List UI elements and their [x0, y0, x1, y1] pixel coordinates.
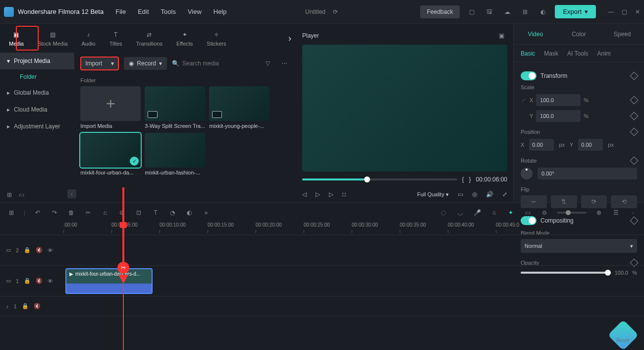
maximize-button[interactable]: ▢ — [622, 8, 627, 15]
player-viewport[interactable] — [302, 45, 507, 172]
export-button[interactable]: Export▾ — [555, 5, 596, 18]
tool-redo[interactable]: ↷ — [50, 208, 59, 217]
mute-icon[interactable]: 🔇 — [36, 278, 43, 284]
tool-subtitle[interactable]: ▭ — [523, 208, 532, 217]
tab-speed[interactable]: Speed — [600, 24, 644, 44]
lock-icon[interactable]: 🔒 — [24, 278, 31, 284]
tool-disable[interactable]: ⊘ — [117, 208, 126, 217]
keyframe-button[interactable] — [630, 128, 639, 136]
tool-crop[interactable]: ⊡ — [134, 208, 143, 217]
tool-speed[interactable]: ◔ — [168, 208, 177, 217]
volume-icon[interactable]: 🔊 — [486, 191, 493, 198]
display-icon[interactable]: ▭ — [458, 191, 463, 198]
media-thumb[interactable]: mixkit-urban-fashion-... — [145, 133, 205, 175]
visibility-icon[interactable]: 👁 — [48, 278, 53, 284]
menu-file[interactable]: File — [115, 8, 126, 15]
mute-icon[interactable]: 🔇 — [36, 247, 43, 253]
position-y-input[interactable] — [578, 139, 603, 151]
prev-frame-button[interactable]: ◁ — [302, 191, 307, 198]
tool-undo[interactable]: ↶ — [33, 208, 42, 217]
snapshot-icon[interactable]: ◎ — [472, 191, 477, 198]
keyframe-button[interactable] — [630, 112, 639, 120]
stop-button[interactable]: □ — [342, 191, 346, 198]
tab-audio[interactable]: ♪Audio — [82, 30, 96, 47]
tab-color[interactable]: Color — [557, 24, 601, 44]
keyframe-button[interactable] — [630, 72, 639, 80]
tool-voiceover[interactable]: 🎤 — [473, 208, 482, 217]
record-button[interactable]: ◉Record▾ — [124, 57, 167, 70]
search-media[interactable]: 🔍 — [172, 60, 257, 67]
visibility-icon[interactable]: 👁 — [48, 247, 53, 253]
sidebar-folder[interactable]: Folder — [0, 69, 74, 84]
timeline-tracks[interactable]: :00:00 00:00:05:00 00:00:10:00 00:00:15:… — [0, 222, 644, 350]
tab-video[interactable]: Video — [514, 24, 557, 44]
tool-music[interactable]: ♫ — [489, 208, 498, 217]
collapse-sidebar-button[interactable]: ‹ — [67, 189, 76, 198]
lock-icon[interactable]: ⟋ — [521, 97, 527, 104]
fullscreen-icon[interactable]: ⤢ — [502, 191, 507, 198]
subtab-basic[interactable]: Basic — [521, 50, 535, 57]
rotate-knob[interactable] — [521, 168, 533, 179]
scale-y-input[interactable] — [536, 110, 581, 122]
player-progress-slider[interactable] — [302, 178, 457, 180]
more-icon[interactable]: ⋯ — [278, 58, 290, 69]
feedback-button[interactable]: Feedback — [420, 5, 460, 18]
cloud-icon[interactable]: ☁ — [501, 6, 513, 18]
timeline-ruler[interactable]: :00:00 00:00:05:00 00:00:10:00 00:00:15:… — [0, 222, 644, 235]
sidebar-item-adjustment-layer[interactable]: ▸Adjustment Layer — [0, 118, 74, 135]
subtab-ai-tools[interactable]: AI Tools — [567, 50, 588, 57]
snapshot-frame-icon[interactable]: ▣ — [495, 30, 507, 42]
menu-help[interactable]: Help — [214, 8, 227, 15]
cloud-sync-icon[interactable]: ⟳ — [329, 6, 341, 18]
menu-edit[interactable]: Edit — [138, 8, 149, 15]
sidebar-item-project-media[interactable]: ▾Project Media — [0, 53, 74, 69]
subtab-mask[interactable]: Mask — [544, 50, 558, 57]
quality-selector[interactable]: Full Quality ▾ — [417, 191, 449, 198]
tab-stickers[interactable]: ✧Stickers — [207, 30, 226, 47]
tool-settings[interactable]: · — [628, 208, 637, 217]
tool-more[interactable]: » — [202, 208, 211, 217]
apps-icon[interactable]: ⊞ — [519, 6, 531, 18]
mark-out-button[interactable]: } — [469, 176, 471, 183]
minimize-button[interactable]: — — [608, 8, 614, 15]
tab-media[interactable]: ▣Media — [9, 30, 24, 47]
tool-split[interactable]: ✂ — [84, 208, 93, 217]
new-folder-icon[interactable]: ⊞ — [7, 191, 12, 198]
close-button[interactable]: ✕ — [635, 8, 640, 15]
tool-color[interactable]: ◐ — [185, 208, 194, 217]
lock-icon[interactable]: 🔒 — [24, 247, 31, 253]
lock-icon[interactable]: 🔒 — [22, 303, 29, 309]
play-back-button[interactable]: ▷ — [316, 191, 320, 198]
media-thumb[interactable]: 3-Way Split Screen Tra... — [145, 86, 205, 129]
play-button[interactable]: ▷ — [329, 191, 333, 198]
sidebar-item-cloud-media[interactable]: ▸Cloud Media — [0, 101, 74, 118]
keyframe-button[interactable] — [630, 96, 639, 105]
import-button[interactable]: Import▾ — [80, 57, 119, 70]
tool-list-view[interactable]: ☰ — [611, 208, 620, 217]
mark-in-button[interactable]: { — [462, 176, 464, 183]
video-track-2[interactable]: ▭2🔒🔇👁 — [0, 235, 644, 266]
sidebar-item-global-media[interactable]: ▸Global Media — [0, 84, 74, 101]
tab-titles[interactable]: TTitles — [109, 30, 122, 47]
tool-effect[interactable]: ✦ — [506, 208, 515, 217]
zoom-in-button[interactable]: ⊕ — [594, 208, 603, 217]
tool-delete[interactable]: 🗑 — [67, 208, 76, 217]
filter-icon[interactable]: ▽ — [262, 58, 273, 69]
zoom-out-button[interactable]: ⊖ — [540, 208, 549, 217]
position-x-input[interactable] — [529, 139, 554, 151]
tool-marker[interactable]: ◡ — [456, 208, 465, 217]
tab-effects[interactable]: ✦Effects — [176, 30, 193, 47]
mic-icon[interactable]: ◐ — [537, 6, 549, 18]
menu-view[interactable]: View — [188, 8, 202, 15]
tool-magnet[interactable]: ⊞ — [7, 208, 16, 217]
tool-trim[interactable]: ⎌ — [101, 208, 109, 217]
playhead[interactable] — [123, 222, 124, 350]
save-icon[interactable]: 🖫 — [483, 6, 495, 18]
menu-tools[interactable]: Tools — [161, 8, 176, 15]
import-media-tile[interactable]: +Import Media — [80, 86, 141, 129]
search-input[interactable] — [182, 60, 257, 67]
tool-text[interactable]: T — [151, 208, 160, 217]
media-thumb[interactable]: mixkit-young-people-... — [209, 86, 269, 129]
zoom-slider[interactable] — [557, 212, 587, 214]
audio-track-1[interactable]: ♪1🔒🔇 — [0, 296, 644, 316]
